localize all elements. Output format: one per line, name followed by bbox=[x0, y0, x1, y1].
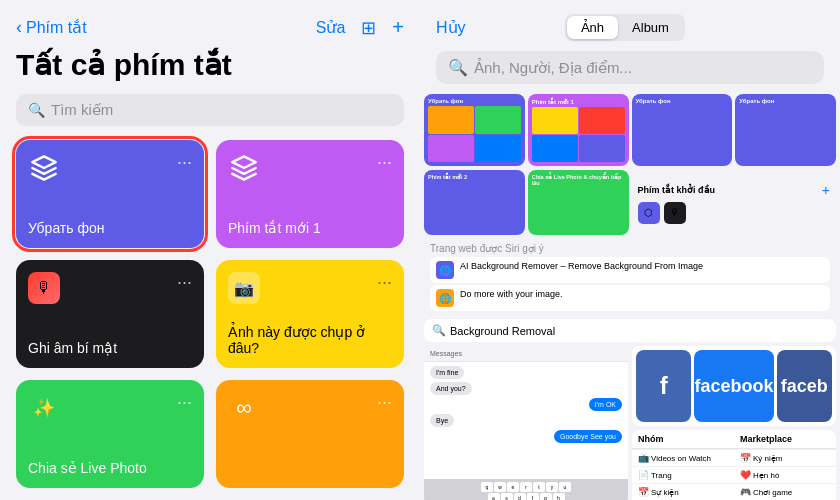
search-placeholder: Tìm kiếm bbox=[51, 101, 113, 119]
chat-screen: Messages I'm fine And you? I'm OK Bye Go… bbox=[424, 346, 628, 500]
camera-icon: 📷 bbox=[228, 272, 260, 304]
phone-3: faceb bbox=[777, 350, 832, 422]
shortcut-card-phim-tat[interactable]: ··· Phím tắt mới 1 bbox=[216, 140, 404, 248]
page-title: Tất cả phím tắt bbox=[16, 47, 404, 82]
card-top-6: ∞ ··· bbox=[228, 392, 392, 424]
siri-item-text-2: Do more with your image. bbox=[460, 289, 563, 299]
list-row-3: 📅 Sự kiện 🎮 Chơi game bbox=[632, 483, 836, 500]
edit-button[interactable]: Sửa bbox=[316, 18, 346, 37]
right-header: Hủy Ảnh Album bbox=[420, 0, 840, 51]
right-content: Убрать фон Phím tắt mới 1 bbox=[420, 94, 840, 500]
bg-search-text: Background Removal bbox=[450, 325, 555, 337]
phone-1: f bbox=[636, 350, 691, 422]
add-shortcut-button[interactable]: + bbox=[392, 16, 404, 39]
chat-msg-2: And you? bbox=[430, 382, 472, 395]
search-icon: 🔍 bbox=[28, 102, 45, 118]
grid-icon[interactable]: ⊞ bbox=[361, 17, 376, 39]
right-side-content: f facebook faceb Nhóm Marketplace bbox=[632, 346, 836, 500]
mini-card-3[interactable]: Убрать фон bbox=[632, 94, 733, 166]
card-label-5: Chia sẻ Live Photo bbox=[28, 460, 192, 476]
chat-msg-3: I'm OK bbox=[589, 398, 622, 411]
section-title: Phím tắt khởi đầu bbox=[638, 185, 716, 195]
card-top: ··· bbox=[228, 152, 392, 184]
mini-card-row2-1[interactable]: Phím tắt mới 2 bbox=[424, 170, 525, 235]
search-bar[interactable]: 🔍 Tìm kiếm bbox=[16, 94, 404, 126]
shortcut-card-infinity[interactable]: ∞ ··· bbox=[216, 380, 404, 488]
left-panel: ‹ Phím tắt Sửa ⊞ + Tất cả phím tắt 🔍 Tìm… bbox=[0, 0, 420, 500]
siri-item-1[interactable]: 🌐 AI Background Remover – Remove Backgro… bbox=[430, 257, 830, 283]
list-table-header: Nhóm Marketplace bbox=[632, 430, 836, 449]
mini-card-label-2: Phím tắt mới 1 bbox=[532, 98, 625, 105]
list-cell-1-2: 📅 Ký niệm bbox=[734, 450, 836, 466]
chat-body: I'm fine And you? I'm OK Bye Goodbye See… bbox=[424, 362, 628, 447]
section-icon-2: 🎙 bbox=[664, 202, 686, 224]
list-cell-2-1: 📄 Trang bbox=[632, 467, 734, 483]
right-search-placeholder: Ảnh, Người, Địa điểm... bbox=[474, 59, 632, 77]
right-list-section: Nhóm Marketplace 📺 Videos on Watch 📅 Ký … bbox=[632, 430, 836, 500]
header-actions: Sửa ⊞ + bbox=[316, 16, 404, 39]
section-icon: ⬡ bbox=[638, 202, 660, 224]
siri-item-2[interactable]: 🌐 Do more with your image. bbox=[430, 285, 830, 311]
layers-icon-2 bbox=[228, 152, 260, 184]
bottom-screens-row: Messages I'm fine And you? I'm OK Bye Go… bbox=[420, 346, 840, 500]
mini-card-row2-label-1: Phím tắt mới 2 bbox=[428, 174, 521, 180]
shortcut-card-chia-se[interactable]: ✨ ··· Chia sẻ Live Photo bbox=[16, 380, 204, 488]
back-button[interactable]: ‹ Phím tắt bbox=[16, 17, 87, 38]
right-panel: Hủy Ảnh Album 🔍 Ảnh, Người, Địa điểm... … bbox=[420, 0, 840, 500]
list-cell-2-2: ❤️ Hẹn hò bbox=[734, 467, 836, 483]
siri-title: Trang web được Siri gợi ý bbox=[430, 243, 830, 254]
phone-2: facebook bbox=[694, 350, 773, 422]
list-cell-1-1: 📺 Videos on Watch bbox=[632, 450, 734, 466]
card-more-button-6[interactable]: ··· bbox=[377, 392, 392, 413]
list-cell-3-1: 📅 Sự kiện bbox=[632, 484, 734, 500]
add-section-button[interactable]: + bbox=[822, 182, 830, 198]
chat-msg-4: Bye bbox=[430, 414, 454, 427]
mini-card-row2-2[interactable]: Chia sẻ Live Photo & chuyển tiếp lâu bbox=[528, 170, 629, 235]
chat-header: Messages bbox=[424, 346, 628, 362]
segment-album[interactable]: Album bbox=[618, 16, 683, 39]
card-top-3: 🎙 ··· bbox=[28, 272, 192, 304]
mini-cards-row2: Phím tắt mới 2 Chia sẻ Live Photo & chuy… bbox=[420, 170, 840, 235]
mini-cards-row: Убрать фон Phím tắt mới 1 bbox=[420, 94, 840, 166]
mic-icon: 🎙 bbox=[28, 272, 60, 304]
sparkles-icon: ✨ bbox=[28, 392, 60, 424]
card-label-4: Ảnh này được chụp ở đâu? bbox=[228, 324, 392, 356]
shortcut-card-ghi-am[interactable]: 🎙 ··· Ghi âm bí mật bbox=[16, 260, 204, 368]
mini-card-4[interactable]: Убрать фон bbox=[735, 94, 836, 166]
siri-item-icon-2: 🌐 bbox=[436, 289, 454, 307]
siri-item-icon-1: 🌐 bbox=[436, 261, 454, 279]
card-more-button-5[interactable]: ··· bbox=[177, 392, 192, 413]
left-header: ‹ Phím tắt Sửa ⊞ + bbox=[16, 16, 404, 39]
mini-card-label-3: Убрать фон bbox=[632, 94, 733, 108]
card-top-4: 📷 ··· bbox=[228, 272, 392, 304]
mini-card-1[interactable]: Убрать фон bbox=[424, 94, 525, 166]
segment-photos[interactable]: Ảnh bbox=[567, 16, 618, 39]
search-icon-right: 🔍 bbox=[448, 58, 468, 77]
mini-card-2[interactable]: Phím tắt mới 1 bbox=[528, 94, 629, 166]
facebook-logo-2: facebook bbox=[694, 376, 773, 397]
facebook-logo-3: faceb bbox=[781, 376, 828, 397]
bg-search-bar[interactable]: 🔍 Background Removal bbox=[424, 319, 836, 342]
shortcut-card-ubrat[interactable]: ··· Убрать фон bbox=[16, 140, 204, 248]
card-more-button-4[interactable]: ··· bbox=[377, 272, 392, 293]
siri-item-text-1: AI Background Remover – Remove Backgroun… bbox=[460, 261, 703, 271]
card-more-button-3[interactable]: ··· bbox=[177, 272, 192, 293]
phone-mockups: f facebook faceb bbox=[632, 346, 836, 426]
card-label-2: Phím tắt mới 1 bbox=[228, 220, 392, 236]
cancel-button[interactable]: Hủy bbox=[436, 18, 466, 37]
segment-control: Ảnh Album bbox=[565, 14, 685, 41]
chat-msg-1: I'm fine bbox=[430, 366, 464, 379]
card-top-5: ✨ ··· bbox=[28, 392, 192, 424]
card-more-button-2[interactable]: ··· bbox=[377, 152, 392, 173]
mini-card-label-4: Убрать фон bbox=[735, 94, 836, 108]
list-row-1: 📺 Videos on Watch 📅 Ký niệm bbox=[632, 449, 836, 466]
list-header-1: Nhóm bbox=[632, 430, 734, 448]
mini-card-row2-label-2: Chia sẻ Live Photo & chuyển tiếp lâu bbox=[532, 174, 625, 186]
shortcut-card-anh-nay[interactable]: 📷 ··· Ảnh này được chụp ở đâu? bbox=[216, 260, 404, 368]
card-label: Убрать фон bbox=[28, 220, 192, 236]
back-chevron-icon: ‹ bbox=[16, 17, 22, 38]
facebook-logo-1: f bbox=[660, 372, 668, 400]
infinity-icon: ∞ bbox=[228, 392, 260, 424]
card-more-button[interactable]: ··· bbox=[177, 152, 192, 173]
right-search[interactable]: 🔍 Ảnh, Người, Địa điểm... bbox=[436, 51, 824, 84]
